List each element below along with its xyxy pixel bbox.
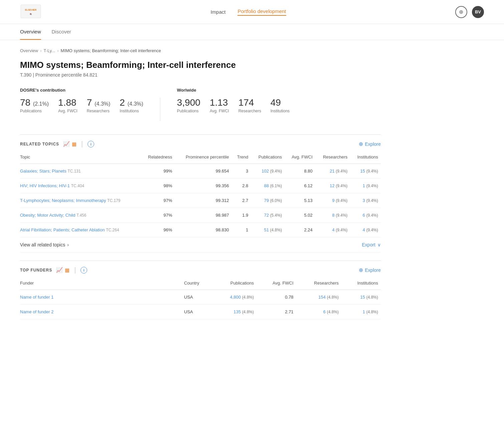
topic-name[interactable]: Obesity; Motor Activity; Child — [20, 213, 75, 218]
col-researchers: Researchers — [315, 150, 350, 164]
funder-name[interactable]: Name of funder 2 — [20, 309, 53, 314]
breadcrumb-tly[interactable]: T-Ly... — [44, 48, 55, 53]
topic-name[interactable]: Galaxies; Stars; Planets — [20, 169, 66, 174]
view-all-btn[interactable]: View all related topics › — [20, 242, 69, 247]
tab-overview[interactable]: Overview — [20, 24, 41, 40]
funders-info-icon[interactable]: i — [80, 267, 87, 274]
avatar[interactable]: BV — [472, 6, 484, 18]
stat-label: Publications — [177, 109, 200, 113]
funders-section-divider: | — [74, 266, 76, 274]
institution-link[interactable]: 4 — [363, 227, 365, 232]
col-f-researchers: Researchers — [296, 277, 341, 290]
topic-code: T.456 — [76, 213, 86, 218]
col-topic: Topic — [20, 150, 140, 164]
info-icon[interactable]: i — [88, 141, 94, 147]
col-f-avg-fwci: Avg. FWCI — [257, 277, 296, 290]
col-funder: Funder — [20, 277, 181, 290]
stat-publications-worldwide: 3,900 Publications — [177, 97, 200, 113]
breadcrumb: Overview › T-Ly... › MIMO systems; Beamf… — [20, 48, 381, 53]
stat-value: 174 — [238, 97, 261, 108]
page-subtitle: T.390 | Prominence percentile 84.821 — [20, 72, 381, 78]
topic-name[interactable]: Atrial Fibrillation; Patients; Catheter … — [20, 227, 105, 232]
funder-researcher-link[interactable]: 154 — [318, 295, 326, 300]
dosre-stats: DOSRE's contribution 78 (2.1%) Publicati… — [20, 88, 143, 113]
stat-fwci-worldwide: 1.13 Avg. FWCI — [210, 97, 229, 113]
researcher-link[interactable]: 12 — [330, 183, 334, 188]
table-icon[interactable]: ▦ — [72, 141, 76, 147]
header-nav: Impact Portfolio development — [210, 8, 286, 16]
stat-institutions-dosre: 2 (4.3%) Institutions — [120, 97, 143, 113]
stat-value: 1.13 — [210, 97, 229, 108]
funder-researcher-link[interactable]: 6 — [323, 309, 326, 314]
stat-label: Researchers — [238, 109, 261, 113]
funder-pub-link[interactable]: 4,800 — [230, 295, 241, 300]
svg-text:ELSEVIER: ELSEVIER — [25, 9, 37, 11]
stat-label: Publications — [20, 109, 49, 113]
institution-link[interactable]: 3 — [363, 198, 365, 203]
stat-value: 78 (2.1%) — [20, 97, 49, 108]
stat-institutions-worldwide: 49 Institutions — [271, 97, 290, 113]
topic-code: TC.179 — [107, 198, 120, 203]
stat-value: 1.88 — [58, 97, 77, 108]
svg-text:📚: 📚 — [30, 13, 32, 15]
breadcrumb-sep-1: › — [40, 48, 41, 53]
topic-name[interactable]: HIV; HIV Infections; HIV-1 — [20, 183, 70, 188]
page-title: MIMO systems; Beamforming; Inter-cell in… — [20, 60, 381, 70]
funder-name[interactable]: Name of funder 1 — [20, 295, 53, 300]
related-topics-header: RELATED TOPICS 📈 ▦ | i ⊕ Explore — [20, 134, 381, 150]
info-circle-icon[interactable]: ⊕ — [455, 6, 467, 18]
dosre-label: DOSRE's contribution — [20, 88, 143, 93]
export-btn[interactable]: Export ∨ — [362, 242, 381, 247]
pub-link[interactable]: 102 — [262, 169, 269, 174]
funders-trend-icon[interactable]: 📈 — [56, 267, 63, 273]
header: ELSEVIER 📚 Impact Portfolio development … — [0, 0, 504, 24]
pub-link[interactable]: 79 — [264, 198, 269, 203]
topic-name[interactable]: T-Lymphocytes; Neoplasms; Immunotherapy — [20, 198, 106, 203]
nav-portfolio[interactable]: Portfolio development — [237, 8, 286, 16]
stat-researchers-dosre: 7 (4.3%) Researchers — [87, 97, 110, 113]
stat-publications-dosre: 78 (2.1%) Publications — [20, 97, 49, 113]
researcher-link[interactable]: 4 — [332, 227, 334, 232]
col-country: Country — [181, 277, 212, 290]
breadcrumb-overview[interactable]: Overview — [20, 48, 38, 53]
researcher-link[interactable]: 9 — [332, 198, 334, 203]
logo[interactable]: ELSEVIER 📚 — [20, 4, 41, 20]
stat-value: 49 — [271, 97, 290, 108]
pub-link[interactable]: 51 — [264, 227, 269, 232]
funder-pub-link[interactable]: 135 — [233, 309, 241, 314]
explore-related-btn[interactable]: ⊕ Explore — [359, 141, 381, 147]
pub-link[interactable]: 88 — [264, 183, 269, 188]
researcher-link[interactable]: 8 — [332, 213, 334, 218]
funder-institution-link[interactable]: 1 — [363, 309, 365, 314]
nav-impact[interactable]: Impact — [210, 9, 225, 15]
stat-label: Institutions — [271, 109, 290, 113]
explore-funders-btn[interactable]: ⊕ Explore — [359, 267, 381, 273]
funder-institution-link[interactable]: 15 — [360, 295, 365, 300]
top-funders-header: TOP FUNDERS 📈 ▦ | i ⊕ Explore — [20, 260, 381, 277]
institution-link[interactable]: 15 — [360, 169, 365, 174]
institution-link[interactable]: 1 — [363, 183, 365, 188]
col-institutions: Institutions — [350, 150, 381, 164]
tabs-container: Overview Discover — [0, 24, 504, 40]
related-topics-title: RELATED TOPICS — [20, 142, 59, 146]
tab-discover[interactable]: Discover — [52, 24, 71, 40]
col-f-publications: Publications — [212, 277, 257, 290]
stat-value: 3,900 — [177, 97, 200, 108]
funders-table-icon[interactable]: ▦ — [65, 267, 69, 273]
main-content: Overview › T-Ly... › MIMO systems; Beamf… — [0, 40, 401, 335]
pub-link[interactable]: 72 — [264, 213, 269, 218]
institution-link[interactable]: 6 — [363, 213, 365, 218]
related-topic-row: T-Lymphocytes; Neoplasms; Immunotherapy … — [20, 193, 381, 208]
table-footer-related: View all related topics › Export ∨ — [20, 237, 381, 252]
related-topic-row: Galaxies; Stars; Planets TC.131 99% 99.6… — [20, 164, 381, 179]
funder-row: Name of funder 1 USA 4,800 (4.8%) 0.78 1… — [20, 290, 381, 305]
worldwide-label: Worlwide — [177, 88, 290, 93]
stat-fwci-dosre: 1.88 Avg. FWCI — [58, 97, 77, 113]
col-trend: Trend — [231, 150, 251, 164]
researcher-link[interactable]: 21 — [330, 169, 334, 174]
worldwide-stats: Worlwide 3,900 Publications 1.13 Avg. FW… — [177, 88, 290, 113]
svg-rect-0 — [21, 5, 41, 18]
trend-icon[interactable]: 📈 — [63, 141, 70, 147]
breadcrumb-current: MIMO systems; Beamforming; Inter-cell in… — [61, 48, 161, 53]
related-topic-row: Atrial Fibrillation; Patients; Catheter … — [20, 223, 381, 237]
